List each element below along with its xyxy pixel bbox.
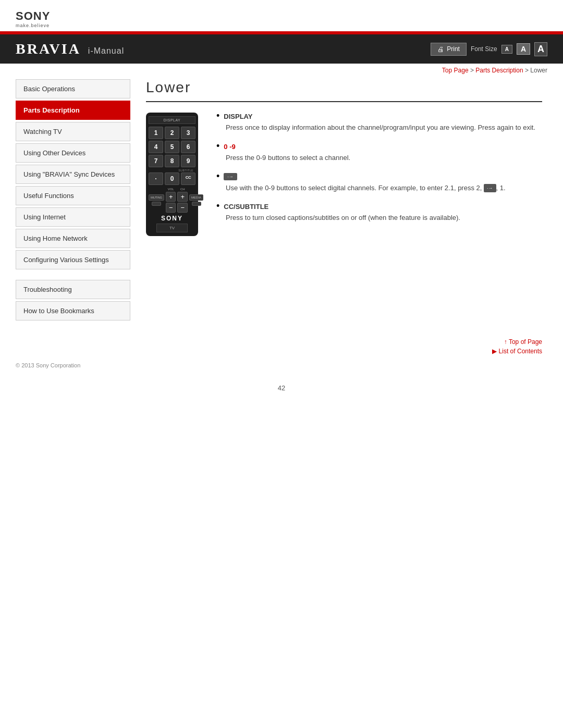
font-size-medium-button[interactable]: A: [517, 43, 530, 55]
content-area: Lower DISPLAY 1 2 3 4 5 6 7 8: [141, 79, 547, 323]
descriptions-area: • DISPLAY Press once to display informat…: [216, 113, 542, 236]
remote-key-1: 1: [149, 127, 163, 139]
sidebar-item-useful-functions[interactable]: Useful Functions: [16, 186, 130, 205]
remote-key-4: 4: [149, 141, 163, 153]
sidebar-item-basic-operations[interactable]: Basic Operations: [16, 79, 130, 98]
remote-tv-btn: TV: [156, 224, 188, 232]
remote-sony-label: SONY: [149, 215, 195, 222]
sony-logo-area: SONY make.believe: [0, 0, 563, 31]
zero-nine-title[interactable]: 0 -9: [224, 143, 235, 151]
dot-icon: ·→: [224, 173, 237, 180]
sidebar-item-using-internet[interactable]: Using Internet: [16, 207, 130, 227]
imanual-label: i-Manual: [88, 46, 124, 56]
zero-nine-section: • 0 -9 Press the 0-9 buttons to select a…: [216, 143, 542, 164]
footer-links: ↑ Top of Page ▶ List of Contents: [0, 323, 563, 357]
zero-nine-bullet: •: [216, 141, 219, 151]
remote-key-dot: ·: [149, 172, 163, 185]
sidebar-item-configuring-settings[interactable]: Configuring Various Settings: [16, 250, 130, 269]
breadcrumb-top-page[interactable]: Top Page: [442, 67, 469, 74]
print-label: Print: [447, 45, 460, 53]
font-size-large-button[interactable]: A: [534, 42, 547, 56]
remote-media-area: MEDIA: [189, 194, 203, 206]
footer-bottom: © 2013 Sony Corporation: [0, 357, 563, 379]
sidebar-item-parts-description[interactable]: Parts Description: [16, 101, 130, 120]
remote-vol-area: VOL + −: [166, 188, 176, 213]
content-body: DISPLAY 1 2 3 4 5 6 7 8 9 SUBTITLE: [146, 113, 542, 236]
display-section: • DISPLAY Press once to display informat…: [216, 113, 542, 133]
dot-section: • ·→ Use with the 0-9 buttons to select …: [216, 173, 542, 194]
remote-subtitle-label: SUBTITLE: [149, 169, 195, 172]
remote-key-7: 7: [149, 155, 163, 167]
breadcrumb-sep2: >: [525, 67, 530, 74]
remote-control-image: DISPLAY 1 2 3 4 5 6 7 8 9 SUBTITLE: [146, 113, 201, 236]
font-size-small-button[interactable]: A: [501, 45, 512, 54]
display-bullet: •: [216, 111, 219, 120]
sidebar-item-using-other-devices[interactable]: Using Other Devices: [16, 143, 130, 163]
remote-key-0: 0: [165, 172, 179, 185]
cc-bullet: •: [216, 201, 219, 211]
breadcrumb-sep1: >: [470, 67, 475, 74]
remote-key-cc: CC: [181, 172, 195, 185]
sidebar: Basic Operations Parts Description Watch…: [16, 79, 130, 323]
breadcrumb-current: Lower: [530, 67, 547, 74]
remote-key-5: 5: [165, 141, 179, 153]
breadcrumb-parts-desc[interactable]: Parts Description: [475, 67, 523, 74]
page-title: Lower: [146, 79, 542, 102]
list-of-contents-link[interactable]: ▶ List of Contents: [21, 348, 542, 355]
remote-media-btn: MEDIA: [189, 194, 203, 201]
top-of-page-link[interactable]: ↑ Top of Page: [21, 338, 542, 346]
main-layout: Basic Operations Parts Description Watch…: [0, 79, 563, 323]
sidebar-item-bravia-sync[interactable]: Using "BRAVIA" Sync Devices: [16, 165, 130, 184]
header-left: BRAVIA i-Manual: [16, 41, 124, 57]
zero-nine-text: Press the 0-9 buttons to select a channe…: [226, 153, 542, 164]
print-button[interactable]: 🖨 Print: [431, 43, 467, 56]
print-icon: 🖨: [437, 45, 444, 53]
sidebar-item-watching-tv[interactable]: Watching TV: [16, 122, 130, 141]
sidebar-item-troubleshooting[interactable]: Troubleshooting: [16, 280, 130, 299]
sidebar-item-bookmarks[interactable]: How to Use Bookmarks: [16, 301, 130, 320]
display-text: Press once to display information about …: [226, 122, 542, 133]
sidebar-gap: [16, 272, 130, 280]
remote-display-key: DISPLAY: [149, 116, 195, 124]
display-title: DISPLAY: [224, 113, 252, 120]
copyright-text: © 2013 Sony Corporation: [16, 362, 80, 368]
breadcrumb: Top Page > Parts Description > Lower: [0, 64, 563, 77]
page-number: 42: [0, 379, 563, 397]
dot-text: Use with the 0-9 buttons to select digit…: [226, 183, 542, 194]
sidebar-item-home-network[interactable]: Using Home Network: [16, 229, 130, 248]
dot-bullet: •: [216, 171, 219, 181]
remote-key-3: 3: [181, 127, 195, 139]
header-bar: BRAVIA i-Manual 🖨 Print Font Size A A A: [0, 34, 563, 64]
cc-section: • CC/SUBTITLE Press to turn closed capti…: [216, 203, 542, 224]
header-right: 🖨 Print Font Size A A A: [431, 42, 547, 56]
sony-logo: SONY make.believe: [16, 9, 547, 28]
remote-ch-area: CH + −: [177, 188, 188, 213]
remote-key-6: 6: [181, 141, 195, 153]
cc-text: Press to turn closed captions/subtitles …: [226, 213, 542, 224]
bravia-logo: BRAVIA: [16, 41, 81, 57]
remote-mute-btn: MUTING: [149, 194, 164, 201]
cc-title: CC/SUBTITLE: [224, 203, 268, 211]
remote-key-8: 8: [165, 155, 179, 167]
font-size-label: Font Size: [471, 45, 497, 53]
remote-mute-area: MUTING: [149, 194, 164, 206]
remote-key-9: 9: [181, 155, 195, 167]
remote-key-2: 2: [165, 127, 179, 139]
